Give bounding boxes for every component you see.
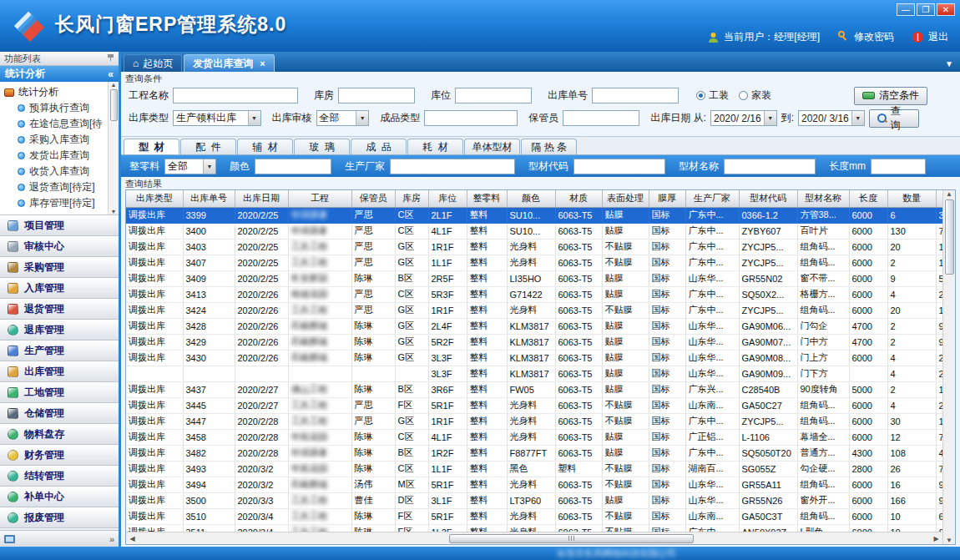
- chevron-down-icon[interactable]: ▼: [356, 111, 368, 125]
- vertical-scrollbar[interactable]: ▲ ▼: [942, 190, 955, 544]
- close-button[interactable]: ✕: [937, 3, 955, 16]
- tree-item[interactable]: 收货入库查询: [4, 164, 119, 179]
- sidebar-module-10[interactable]: 物料盘存: [0, 424, 119, 445]
- order-no-input[interactable]: [592, 88, 679, 103]
- tree-item[interactable]: 在途信息查询[待: [4, 116, 119, 132]
- column-header[interactable]: 长度: [849, 190, 887, 207]
- hscroll-thumb[interactable]: [449, 534, 694, 543]
- table-row[interactable]: 调拨出库34002020/2/25华润源著严思C区4L1F整料SU10...60…: [126, 223, 942, 239]
- vscroll-thumb[interactable]: [945, 199, 954, 275]
- scroll-up-icon[interactable]: ▲: [111, 82, 117, 88]
- material-tab-1[interactable]: 配 件: [180, 139, 236, 154]
- sidebar-module-12[interactable]: 结转管理: [0, 466, 119, 487]
- expand-icon[interactable]: »: [109, 534, 114, 544]
- sidebar-module-5[interactable]: 退库管理: [0, 320, 119, 341]
- table-row[interactable]: 调拨出库34582020/2/28华苑花园陈琳C区4L1F整料光身料6063-T…: [126, 429, 942, 445]
- tree-item[interactable]: 退货查询[待定]: [4, 179, 119, 195]
- column-header[interactable]: 表面处理: [602, 190, 649, 207]
- maximize-button[interactable]: ❐: [917, 3, 935, 16]
- column-header[interactable]: 出库单号: [183, 190, 235, 207]
- table-row[interactable]: 调拨出库34282020/2/26石碣辉城陈琳G区2L4F整料KLM381760…: [126, 318, 942, 334]
- manufacturer-input[interactable]: [390, 159, 515, 174]
- length-input[interactable]: [871, 159, 926, 174]
- sidebar-module-7[interactable]: 出库管理: [0, 361, 119, 382]
- column-header[interactable]: 生产厂家: [685, 190, 739, 207]
- tree-item[interactable]: 预算执行查询: [4, 100, 119, 116]
- material-tab-5[interactable]: 耗 材: [407, 139, 463, 154]
- table-row[interactable]: 调拨出库35102020/3/4工共工程陈琳F区5R1F整料光身料6063-T5…: [126, 508, 942, 524]
- column-header[interactable]: 出库日期: [235, 190, 288, 207]
- location-input[interactable]: [455, 88, 532, 103]
- out-type-combo[interactable]: 生产领料出库 ▼: [173, 110, 261, 126]
- sidebar-module-13[interactable]: 补单中心: [0, 487, 119, 507]
- date-to-picker[interactable]: 2020/ 3/16 ▼: [798, 110, 865, 126]
- column-header[interactable]: 颜色: [507, 190, 555, 207]
- table-row[interactable]: 调拨出库34292020/2/26石碣辉城陈琳G区5R2F整料KLM381760…: [126, 334, 942, 350]
- sidebar-module-2[interactable]: 采购管理: [0, 257, 119, 278]
- column-header[interactable]: 库房: [395, 190, 428, 207]
- tree-root[interactable]: 统计分析: [4, 84, 119, 100]
- logout-link[interactable]: 退出: [928, 30, 948, 44]
- table-row[interactable]: 调拨出库34132020/2/26南城花园严思C区5R3F整料G71422606…: [126, 286, 942, 302]
- material-tab-7[interactable]: 隔 热 条: [521, 139, 577, 154]
- tab-overflow-icon[interactable]: ▼: [945, 59, 953, 68]
- table-row[interactable]: 调拨出库34822020/2/28华润源著陈琳B区1R2F整料F8877FT60…: [126, 445, 942, 461]
- sidebar-module-0[interactable]: 项目管理: [0, 215, 119, 236]
- column-header[interactable]: 保管员: [351, 190, 395, 207]
- tab-shipping-query[interactable]: 发货出库查询 ×: [184, 54, 274, 72]
- radio-jiazhuang-label[interactable]: 家装: [751, 88, 771, 103]
- sidebar-module-9[interactable]: 仓储管理: [0, 403, 119, 424]
- change-password-link[interactable]: 修改密码: [854, 30, 894, 44]
- column-header[interactable]: 数量: [887, 190, 936, 207]
- table-row[interactable]: 调拨出库34932020/3/2华苑花园陈琳C区1L1F整料黑色塑料不贴膜国标湖…: [126, 461, 942, 477]
- table-row[interactable]: 调拨出库34092020/2/25长安家园陈琳B区2R5F整料LI35HO606…: [126, 270, 942, 286]
- material-tab-4[interactable]: 成 品: [351, 139, 407, 154]
- material-tab-6[interactable]: 单体型材: [464, 139, 520, 154]
- table-row[interactable]: 调拨出库34942020/3/2石碣辉城汤伟M区5R1F整料光身料6063-T5…: [126, 477, 942, 492]
- tree-scroll-thumb[interactable]: [110, 89, 118, 121]
- radio-jiazhuang[interactable]: [739, 91, 748, 100]
- table-row[interactable]: 调拨出库34302020/2/26石碣辉城陈琳G区3L3F整料KLM381760…: [126, 350, 942, 366]
- sidebar-module-6[interactable]: 生产管理: [0, 341, 119, 361]
- column-header[interactable]: 型材名称: [797, 190, 849, 207]
- collapse-icon[interactable]: «: [108, 68, 114, 80]
- audit-combo[interactable]: 全部 ▼: [316, 110, 370, 126]
- material-tab-3[interactable]: 玻 璃: [294, 139, 350, 154]
- table-row[interactable]: 调拨出库33992020/2/25华润源著严思C区2L1F整料SU10...60…: [126, 207, 942, 223]
- table-row[interactable]: 调拨出库34072020/2/25工共工程严思G区1L1F整料光身料6063-T…: [126, 255, 942, 270]
- keeper-input[interactable]: [563, 110, 639, 126]
- table-row[interactable]: 3L3F整料KLM38176063-T5贴膜国标山东华...GA90M09...…: [126, 366, 942, 381]
- profile-code-input[interactable]: [573, 159, 665, 174]
- tab-close-icon[interactable]: ×: [260, 58, 265, 68]
- sidebar-module-3[interactable]: 入库管理: [0, 278, 119, 299]
- sidebar-module-8[interactable]: 工地管理: [0, 382, 119, 403]
- chevron-down-icon[interactable]: ▼: [851, 111, 864, 125]
- radio-gongzhuang[interactable]: [696, 91, 705, 100]
- warehouse-input[interactable]: [338, 88, 415, 103]
- date-from-picker[interactable]: 2020/ 2/16 ▼: [710, 110, 777, 126]
- sidebar-module-11[interactable]: 财务管理: [0, 445, 119, 466]
- column-header[interactable]: 材质: [555, 190, 602, 207]
- table-row[interactable]: 调拨出库35002020/3/3工共工程曹佳D区3L1F整料LT3P606063…: [126, 492, 942, 508]
- chevron-down-icon[interactable]: ▼: [248, 111, 260, 125]
- scroll-left-icon[interactable]: ◀: [126, 535, 139, 542]
- chevron-down-icon[interactable]: ▼: [764, 111, 776, 125]
- tree-scrollbar[interactable]: ▲ ▼: [108, 82, 119, 214]
- material-tab-0[interactable]: 型 材: [124, 139, 179, 154]
- sidebar-module-4[interactable]: 退货管理: [0, 299, 119, 320]
- column-header[interactable]: 出库长度: [936, 190, 942, 207]
- whole-piece-combo[interactable]: 全部 ▼: [164, 159, 216, 174]
- table-row[interactable]: 调拨出库34452020/2/27工共工程严思F区5R1F整料光身料6063-T…: [126, 397, 942, 413]
- pin-icon[interactable]: [107, 53, 114, 63]
- table-row[interactable]: 调拨出库34242020/2/26工共工程严思G区1R1F整料光身料6063-T…: [126, 302, 942, 318]
- tree-item[interactable]: 发货出库查询: [4, 148, 119, 164]
- column-header[interactable]: 库位: [428, 190, 467, 207]
- tab-home[interactable]: ⌂ 起始页: [124, 54, 182, 72]
- scroll-right-icon[interactable]: ▶: [930, 535, 942, 542]
- profile-name-input[interactable]: [724, 159, 816, 174]
- scroll-down-icon[interactable]: ▼: [111, 209, 117, 214]
- clear-conditions-button[interactable]: 清空条件: [854, 87, 927, 105]
- horizontal-scrollbar[interactable]: ◀ ▶: [126, 532, 942, 544]
- sidebar-section-stat[interactable]: 统计分析 «: [0, 66, 119, 82]
- column-header[interactable]: 膜厚: [649, 190, 685, 207]
